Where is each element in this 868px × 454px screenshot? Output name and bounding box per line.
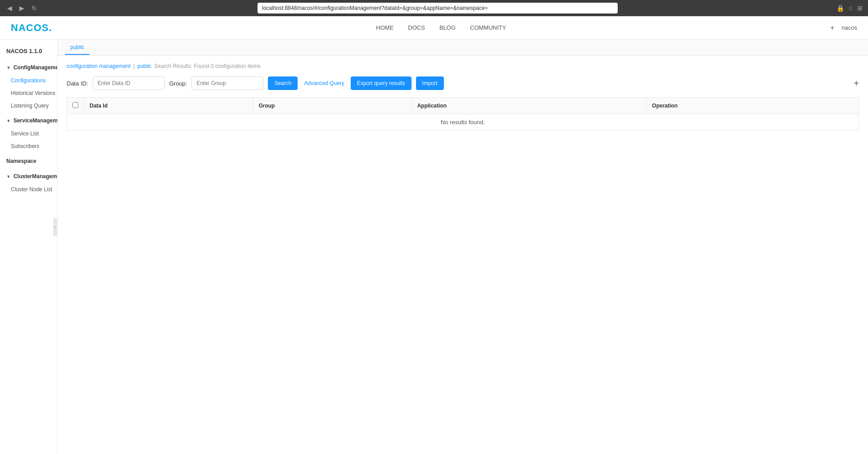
search-button[interactable]: Search (268, 76, 298, 90)
table-col-group: Group (253, 98, 411, 114)
service-management-label: ServiceManagement (14, 117, 58, 124)
nacos-logo: NACOS. (11, 22, 52, 34)
table-col-data-id: Data Id (84, 98, 253, 114)
nav-docs[interactable]: DOCS (408, 24, 425, 31)
nav-home[interactable]: HOME (376, 24, 393, 31)
breadcrumb-config-link[interactable]: configuration management (67, 63, 131, 69)
table-header-checkbox (67, 98, 84, 114)
logo-text: NACOS. (11, 22, 52, 33)
config-arrow-icon: ▼ (6, 65, 11, 70)
breadcrumb-separator: | (133, 63, 135, 69)
breadcrumb-tab-label: public (70, 44, 84, 50)
select-all-checkbox[interactable] (72, 102, 78, 108)
add-config-button[interactable]: + (854, 79, 859, 88)
search-results-info: Search Results: Found 0 configuration it… (154, 63, 261, 69)
table-no-results-row: No results found. (67, 114, 859, 130)
app-layout: NACOS 1.1.0 ▼ ConfigManagement Configura… (0, 40, 868, 454)
sidebar-item-listening-query[interactable]: Listening Query (0, 99, 57, 112)
sidebar-service-management-header[interactable]: ▼ ServiceManagement (0, 114, 57, 127)
breadcrumb-tab-public[interactable]: public (65, 40, 90, 55)
sidebar-version: NACOS 1.1.0 (0, 43, 57, 61)
breadcrumb-bar: public (58, 40, 868, 56)
cluster-arrow-icon: ▼ (6, 174, 11, 179)
namespace-label: Namespace (6, 158, 36, 164)
no-results-text: No results found. (67, 114, 859, 130)
top-nav-right: + nacos (830, 24, 857, 32)
import-button[interactable]: Import (416, 76, 444, 90)
content-area: configuration management | public Search… (58, 56, 868, 138)
nav-community[interactable]: COMMUNITY (470, 24, 506, 31)
sidebar-item-historical-versions[interactable]: Historical Versions (0, 87, 57, 99)
table-header: Data Id Group Application Operation (67, 98, 859, 114)
sidebar-section-service: ▼ ServiceManagement Service List Subscri… (0, 114, 57, 153)
back-button[interactable]: ◀ (5, 4, 14, 13)
forward-button[interactable]: ▶ (18, 4, 26, 13)
star-icon[interactable]: ☆ (848, 4, 854, 12)
config-table: Data Id Group Application Operation No r… (67, 97, 859, 130)
sidebar-item-service-list[interactable]: Service List (0, 127, 57, 140)
sidebar-item-cluster-node-list[interactable]: Cluster Node List (0, 183, 57, 196)
config-management-label: ConfigManagement (14, 64, 58, 71)
sidebar-collapse-btn[interactable]: ‹ (53, 218, 58, 236)
table-col-application: Application (411, 98, 646, 114)
top-navbar: NACOS. HOME DOCS BLOG COMMUNITY + nacos (0, 16, 868, 40)
nav-blog[interactable]: BLOG (439, 24, 456, 31)
refresh-button[interactable]: ↻ (30, 4, 39, 13)
data-id-label: Data ID: (67, 80, 88, 87)
sidebar-config-management-header[interactable]: ▼ ConfigManagement (0, 61, 57, 74)
data-id-input[interactable] (93, 76, 165, 90)
breadcrumb-public-link[interactable]: public (137, 63, 151, 69)
group-input[interactable] (191, 76, 263, 90)
sidebar-section-config: ▼ ConfigManagement Configurations Histor… (0, 61, 57, 112)
group-label: Group: (169, 80, 187, 87)
cluster-management-label: ClusterManagement (14, 173, 58, 180)
sidebar-item-configurations[interactable]: Configurations (0, 74, 57, 87)
sidebar: NACOS 1.1.0 ▼ ConfigManagement Configura… (0, 40, 58, 454)
sidebar-namespace-header[interactable]: Namespace (0, 154, 57, 168)
extensions-icon[interactable]: ⊞ (857, 4, 863, 12)
sidebar-item-subscribers[interactable]: Subscribers (0, 140, 57, 153)
user-label[interactable]: nacos (841, 24, 857, 31)
main-content: public configuration management | public… (58, 40, 868, 454)
url-bar[interactable]: localhost:8848/nacos/#/configurationMana… (258, 3, 618, 13)
browser-chrome: ◀ ▶ ↻ localhost:8848/nacos/#/configurati… (0, 0, 868, 16)
lock-icon: 🔒 (836, 4, 844, 12)
table-col-operation: Operation (646, 98, 859, 114)
top-nav-links: HOME DOCS BLOG COMMUNITY (376, 24, 506, 31)
search-toolbar: Data ID: Group: Search Advanced Query Ex… (67, 76, 859, 90)
sidebar-section-cluster: ▼ ClusterManagement Cluster Node List (0, 170, 57, 196)
browser-icons: 🔒 ☆ ⊞ (836, 4, 863, 12)
sidebar-section-namespace: Namespace (0, 154, 57, 168)
plus-icon[interactable]: + (830, 24, 834, 32)
sidebar-cluster-management-header[interactable]: ▼ ClusterManagement (0, 170, 57, 183)
url-text: localhost:8848/nacos/#/configurationMana… (262, 5, 488, 11)
path-breadcrumb: configuration management | public Search… (67, 63, 859, 69)
export-button[interactable]: Export query results (351, 76, 411, 90)
table-body: No results found. (67, 114, 859, 130)
service-arrow-icon: ▼ (6, 118, 11, 123)
advanced-query-button[interactable]: Advanced Query (302, 80, 346, 86)
